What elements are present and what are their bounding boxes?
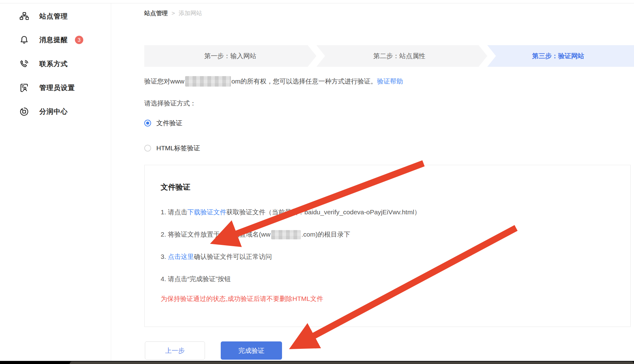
keep-file-warning: 为保持验证通过的状态,成功验证后请不要删除HTML文件	[161, 294, 323, 303]
wizard-step-label: 第一步：输入网站	[204, 52, 256, 60]
breadcrumb-current: 添加网站	[179, 9, 202, 17]
bell-icon	[19, 34, 30, 45]
wizard-step-label: 第三步：验证网站	[532, 52, 584, 60]
step2-suffix: .com)的根目录下	[302, 231, 350, 238]
finish-verification-button[interactable]: 完成验证	[221, 341, 282, 360]
radio-label: HTML标签验证	[156, 144, 200, 152]
radio-label: 文件验证	[156, 119, 182, 127]
breadcrumb-separator: >	[172, 10, 175, 17]
click-here-link[interactable]: 点击这里	[168, 253, 194, 260]
admin-card-icon	[19, 82, 30, 93]
wizard-step-label: 第二步：站点属性	[373, 52, 425, 60]
sidebar-item-label: 管理员设置	[39, 83, 75, 92]
sidebar-item-site-management[interactable]: 站点管理	[0, 10, 111, 23]
choose-method-label: 请选择验证方式：	[144, 99, 196, 108]
sidebar-item-profit-center[interactable]: 分润中心	[0, 105, 111, 118]
instruction-step-4: 4. 请点击“完成验证”按钮	[161, 275, 231, 283]
sidebar-item-notifications[interactable]: 消息提醒 3	[0, 33, 111, 47]
sidebar-item-admin-settings[interactable]: 管理员设置	[0, 81, 111, 95]
step3-suffix: 确认验证文件可以正常访问	[194, 253, 272, 260]
sidebar-item-contact[interactable]: 联系方式	[0, 57, 111, 71]
step-wizard: 第一步：输入网站 第二步：站点属性 第三步：验证网站	[144, 45, 634, 67]
instruction-step-2: 2. 将验证文件放置于您的配置域名(ww.com)的根目录下	[161, 230, 350, 239]
verify-help-link[interactable]: 验证帮助	[377, 77, 403, 86]
radio-unselected-icon[interactable]	[144, 145, 151, 152]
previous-step-button[interactable]: 上一步	[145, 341, 205, 360]
intro-suffix: om的所有权，您可以选择任意一种方式进行验证。	[232, 77, 377, 86]
sidebar: 站点管理 消息提醒 3 联系方式	[0, 3, 111, 361]
download-verify-file-link[interactable]: 下载验证文件	[187, 208, 226, 216]
wizard-step-1[interactable]: 第一步：输入网站	[144, 45, 316, 67]
instruction-step-3: 3. 点击这里确认验证文件可以正常访问	[161, 252, 272, 261]
sitemap-icon	[19, 11, 30, 22]
notification-badge: 3	[75, 36, 83, 44]
radio-html-tag-verification[interactable]: HTML标签验证	[144, 144, 200, 152]
coin-icon	[19, 106, 30, 117]
wizard-step-3-active[interactable]: 第三步：验证网站	[482, 45, 634, 67]
file-verification-panel: 文件验证 1. 请点击下载验证文件获取验证文件（当前最新：baidu_verif…	[144, 165, 631, 327]
wizard-step-2[interactable]: 第二步：站点属性	[311, 45, 487, 67]
dock-sliver	[70, 362, 634, 364]
radio-file-verification[interactable]: 文件验证	[144, 119, 182, 127]
breadcrumb: 站点管理 > 添加网站	[144, 9, 202, 17]
instruction-step-1: 1. 请点击下载验证文件获取验证文件（当前最新：baidu_verify_cod…	[161, 208, 421, 216]
sidebar-item-label: 分润中心	[39, 107, 68, 116]
intro-prefix: 验证您对www	[144, 77, 185, 86]
step2-prefix: 2. 将验证文件放置于您的配置域名(ww	[161, 231, 271, 238]
breadcrumb-root[interactable]: 站点管理	[144, 9, 168, 17]
step3-prefix: 3.	[161, 253, 168, 260]
sidebar-item-label: 联系方式	[39, 59, 68, 69]
masked-domain-2	[271, 230, 301, 239]
step1-prefix: 1. 请点击	[161, 208, 187, 216]
masked-domain	[185, 76, 231, 87]
step1-suffix: 获取验证文件（当前最新：baidu_verify_codeva-oPayjEiV…	[226, 208, 420, 216]
phone-icon	[19, 58, 30, 70]
radio-selected-icon[interactable]	[144, 120, 151, 126]
ownership-intro: 验证您对wwwom的所有权，您可以选择任意一种方式进行验证。验证帮助	[144, 76, 403, 87]
sidebar-item-label: 站点管理	[39, 12, 68, 21]
panel-title: 文件验证	[161, 182, 190, 192]
sidebar-item-label: 消息提醒	[39, 35, 68, 45]
